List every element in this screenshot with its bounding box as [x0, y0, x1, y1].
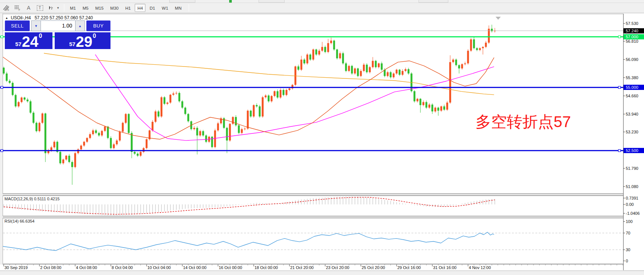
buy-quote[interactable]: 57 29 0: [55, 32, 110, 49]
sell-quote-small: 57: [15, 41, 22, 47]
volume-input[interactable]: 1.00: [41, 20, 75, 31]
triangle-up-icon: ▲: [5, 16, 8, 20]
text-annotation[interactable]: 多空转折点57: [475, 111, 571, 132]
volume-decrease-button[interactable]: ▼: [31, 20, 41, 31]
sell-button[interactable]: SELL: [5, 20, 30, 31]
sell-quote-sup: 0: [39, 33, 42, 39]
buy-quote-big: 29: [76, 35, 93, 48]
rsi-label: RSI(14) 66.6354: [4, 219, 35, 223]
scroll-marker-icon[interactable]: [496, 17, 501, 20]
macd-label: MACD(12,26,9) 0.5111 0.4215: [4, 197, 60, 201]
ohlc-values: 57.220 57.250 57.060 57.240: [35, 15, 93, 20]
buy-quote-sup: 0: [93, 33, 96, 39]
sell-quote-big: 24: [22, 35, 39, 48]
chart-title: ▲ USOil-,H4 57.220 57.250 57.060 57.240: [5, 15, 93, 20]
one-click-trading-panel: SELL ▼ 1.00 ▲ BUY 57 24 0 57 29 0: [5, 20, 110, 49]
buy-quote-small: 57: [69, 41, 76, 47]
buy-button[interactable]: BUY: [86, 20, 110, 31]
sell-quote[interactable]: 57 24 0: [5, 32, 52, 49]
volume-increase-button[interactable]: ▲: [75, 20, 85, 31]
symbol-timeframe: USOil-,H4: [11, 15, 31, 20]
